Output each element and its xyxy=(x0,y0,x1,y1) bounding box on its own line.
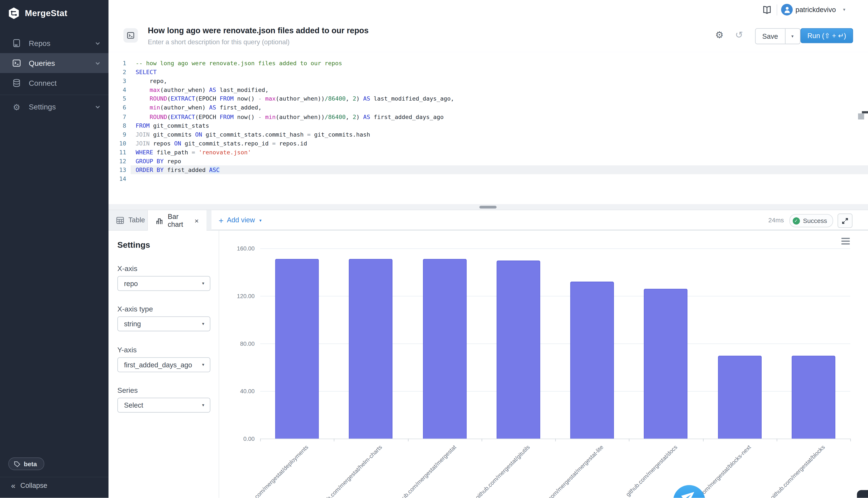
query-history-icon[interactable]: ↺ xyxy=(735,30,743,40)
table-icon xyxy=(116,217,124,224)
sidebar-item-queries[interactable]: Queries xyxy=(0,53,108,73)
database-icon xyxy=(12,79,21,88)
sidebar-item-label: Settings xyxy=(29,103,56,111)
sidebar: MergeStat ReposQueriesConnect⚙Settings b… xyxy=(0,0,108,498)
sidebar-item-label: Queries xyxy=(29,59,55,67)
user-menu-chevron-icon[interactable]: ▾ xyxy=(843,7,845,12)
line-number: 14 xyxy=(108,174,130,183)
collapse-button[interactable]: « Collapse xyxy=(11,482,47,489)
code-text: ROUND(EXTRACT(EPOCH FROM now() - max(aut… xyxy=(130,94,868,103)
chevron-down-icon xyxy=(95,40,101,46)
code-text: JOIN git_commits ON git_commit_stats.com… xyxy=(130,130,868,139)
line-number: 5 xyxy=(108,94,130,103)
sidebar-item-connect[interactable]: Connect xyxy=(0,73,108,93)
terminal-icon xyxy=(12,58,21,67)
chevron-down-icon xyxy=(95,60,101,66)
save-button[interactable]: Save xyxy=(756,29,785,44)
code-line: 4 max(author_when) AS last_modified, xyxy=(108,85,868,94)
code-line: 12GROUP BY repo xyxy=(108,156,868,165)
line-number: 1 xyxy=(108,58,130,67)
code-line: 3 repo, xyxy=(108,76,868,85)
sidebar-item-repos[interactable]: Repos xyxy=(0,33,108,53)
chart-menu-icon[interactable] xyxy=(842,238,850,246)
code-text: repo, xyxy=(130,76,868,85)
code-line: 14 xyxy=(108,174,868,183)
line-number: 7 xyxy=(108,112,130,121)
code-text: JOIN repos ON git_commit_stats.repo_id =… xyxy=(130,139,868,147)
select-x-axis[interactable]: repo▾ xyxy=(117,276,210,291)
username[interactable]: patrickdevivo xyxy=(795,6,836,14)
save-dropdown-caret[interactable]: ▾ xyxy=(785,29,800,44)
line-number: 9 xyxy=(108,130,130,139)
book-icon xyxy=(12,39,21,48)
avatar[interactable] xyxy=(781,4,793,15)
add-view-button[interactable]: + Add view ▾ xyxy=(219,210,261,230)
tab-label: Bar chart xyxy=(168,213,188,228)
code-text: ROUND(EXTRACT(EPOCH FROM now() - min(aut… xyxy=(130,112,868,121)
mergestat-logo-icon xyxy=(8,6,20,20)
tag-icon xyxy=(14,460,20,467)
results-toolbar: + Add view ▾ 24ms ✓ Success xyxy=(212,210,868,230)
code-text xyxy=(130,174,868,183)
save-button-group: Save ▾ xyxy=(755,28,800,44)
corner-widget[interactable] xyxy=(857,490,868,498)
code-text: FROM git_commit_stats xyxy=(130,121,868,130)
line-number: 3 xyxy=(108,76,130,85)
editor-scrollbar-thumb[interactable] xyxy=(858,114,864,120)
tab-bar-chart[interactable]: Bar chart× xyxy=(148,210,206,231)
gear-icon: ⚙ xyxy=(12,102,21,111)
expand-results-button[interactable] xyxy=(838,213,853,228)
collapse-icon: « xyxy=(11,482,15,489)
sql-editor[interactable]: 1-- how long ago were renovate.json file… xyxy=(108,52,868,204)
tab-table[interactable]: Table xyxy=(108,210,148,230)
sidebar-item-settings[interactable]: ⚙Settings xyxy=(0,97,108,117)
sidebar-divider xyxy=(0,477,108,477)
code-text: SELECT xyxy=(130,67,868,76)
code-text: -- how long ago were renovate.json files… xyxy=(130,58,868,67)
docs-book-icon[interactable] xyxy=(762,5,771,14)
code-line: 5 ROUND(EXTRACT(EPOCH FROM now() - max(a… xyxy=(108,94,868,103)
select-series[interactable]: Select▾ xyxy=(117,398,210,413)
sidebar-nav: ReposQueriesConnect⚙Settings xyxy=(0,33,108,117)
select-value: first_added_days_ago xyxy=(118,361,202,369)
topbar: patrickdevivo ▾ xyxy=(108,0,868,21)
chart-settings-panel: Settings X-axisrepo▾X-axis typestring▾Y-… xyxy=(108,231,219,498)
query-settings-gear-icon[interactable]: ⚙ xyxy=(715,30,724,40)
code-lines: 1-- how long ago were renovate.json file… xyxy=(108,58,868,183)
line-number: 11 xyxy=(108,147,130,156)
code-line: 1-- how long ago were renovate.json file… xyxy=(108,58,868,67)
select-y-axis[interactable]: first_added_days_ago▾ xyxy=(117,357,210,372)
settings-title: Settings xyxy=(117,240,150,249)
field-label-series: Series xyxy=(117,386,138,394)
app-logo[interactable]: MergeStat xyxy=(8,6,67,20)
status-badge: ✓ Success xyxy=(789,214,833,227)
sidebar-section-divider xyxy=(0,95,108,95)
query-description-input[interactable] xyxy=(148,38,380,46)
code-line: 13ORDER BY first_added ASC xyxy=(108,165,868,174)
code-line: 11WHERE file_path = 'renovate.json' xyxy=(108,147,868,156)
resize-handle[interactable] xyxy=(479,206,497,209)
select-x-axis-type[interactable]: string▾ xyxy=(117,316,210,331)
code-text: ORDER BY first_added ASC xyxy=(130,165,868,174)
field-label-x-axis-type: X-axis type xyxy=(117,305,153,313)
query-terminal-icon xyxy=(124,28,138,42)
code-line: 8FROM git_commit_stats xyxy=(108,121,868,130)
topbar-divider xyxy=(777,4,777,15)
chevron-down-icon xyxy=(95,104,101,110)
code-line: 7 ROUND(EXTRACT(EPOCH FROM now() - min(a… xyxy=(108,112,868,121)
query-title[interactable]: How long ago were renovate.json files ad… xyxy=(148,26,369,35)
line-number: 10 xyxy=(108,139,130,147)
code-text: GROUP BY repo xyxy=(130,156,868,165)
mergestat-app: MergeStat ReposQueriesConnect⚙Settings b… xyxy=(0,0,868,498)
field-label-x-axis: X-axis xyxy=(117,264,137,273)
line-number: 2 xyxy=(108,67,130,76)
close-icon[interactable]: × xyxy=(194,217,199,224)
send-plane-icon xyxy=(682,489,696,498)
query-header: How long ago were renovate.json files ad… xyxy=(108,20,868,53)
bar-chart-icon xyxy=(155,217,163,224)
code-text: max(author_when) AS last_modified, xyxy=(130,85,868,94)
run-button[interactable]: Run (⇧ + ↵) xyxy=(800,28,853,43)
code-line: 9JOIN git_commits ON git_commit_stats.co… xyxy=(108,130,868,139)
line-number: 4 xyxy=(108,85,130,94)
code-text: WHERE file_path = 'renovate.json' xyxy=(130,147,868,156)
